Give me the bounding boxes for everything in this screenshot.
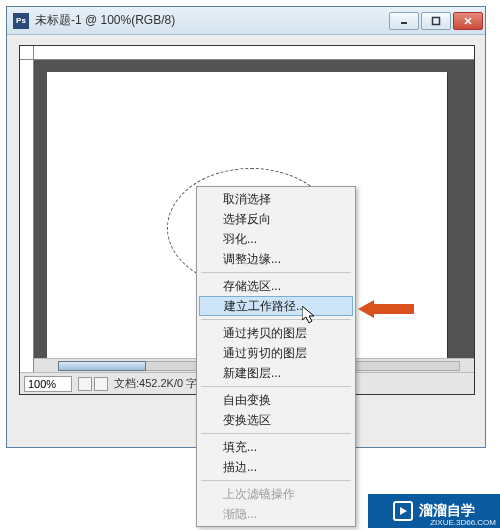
menu-transform-selection[interactable]: 变换选区	[199, 410, 353, 430]
menu-separator	[201, 272, 351, 273]
window-title: 未标题-1 @ 100%(RGB/8)	[35, 12, 387, 29]
svg-marker-6	[400, 507, 407, 515]
watermark-url: ZIXUE.3D66.COM	[430, 518, 496, 527]
menu-save-selection[interactable]: 存储选区...	[199, 276, 353, 296]
menu-refine-edge[interactable]: 调整边缘...	[199, 249, 353, 269]
document-info: 文档:452.2K/0 字节	[114, 376, 208, 391]
close-button[interactable]	[453, 12, 483, 30]
menu-fill[interactable]: 填充...	[199, 437, 353, 457]
menu-separator	[201, 319, 351, 320]
menu-separator	[201, 433, 351, 434]
titlebar[interactable]: Ps 未标题-1 @ 100%(RGB/8)	[7, 7, 485, 35]
status-icon-2[interactable]	[94, 377, 108, 391]
menu-layer-via-copy[interactable]: 通过拷贝的图层	[199, 323, 353, 343]
status-icons	[78, 377, 108, 391]
zoom-input[interactable]: 100%	[24, 376, 72, 392]
menu-feather[interactable]: 羽化...	[199, 229, 353, 249]
menu-fade: 渐隐...	[199, 504, 353, 524]
context-menu: 取消选择 选择反向 羽化... 调整边缘... 存储选区... 建立工作路径..…	[196, 186, 356, 527]
play-icon	[393, 501, 413, 521]
watermark: 溜溜自学 ZIXUE.3D66.COM	[368, 494, 500, 528]
menu-stroke[interactable]: 描边...	[199, 457, 353, 477]
app-icon: Ps	[13, 13, 29, 29]
maximize-button[interactable]	[421, 12, 451, 30]
menu-separator	[201, 480, 351, 481]
status-icon-1[interactable]	[78, 377, 92, 391]
ruler-horizontal[interactable]	[34, 46, 474, 60]
menu-separator	[201, 386, 351, 387]
menu-deselect[interactable]: 取消选择	[199, 189, 353, 209]
menu-last-filter: 上次滤镜操作	[199, 484, 353, 504]
ruler-vertical[interactable]	[20, 60, 34, 394]
svg-rect-1	[433, 17, 440, 24]
menu-layer-via-cut[interactable]: 通过剪切的图层	[199, 343, 353, 363]
scroll-thumb[interactable]	[58, 361, 146, 371]
menu-new-layer[interactable]: 新建图层...	[199, 363, 353, 383]
window-controls	[387, 12, 483, 30]
minimize-button[interactable]	[389, 12, 419, 30]
menu-make-work-path[interactable]: 建立工作路径...	[199, 296, 353, 316]
ruler-corner	[20, 46, 34, 60]
menu-select-inverse[interactable]: 选择反向	[199, 209, 353, 229]
menu-free-transform[interactable]: 自由变换	[199, 390, 353, 410]
